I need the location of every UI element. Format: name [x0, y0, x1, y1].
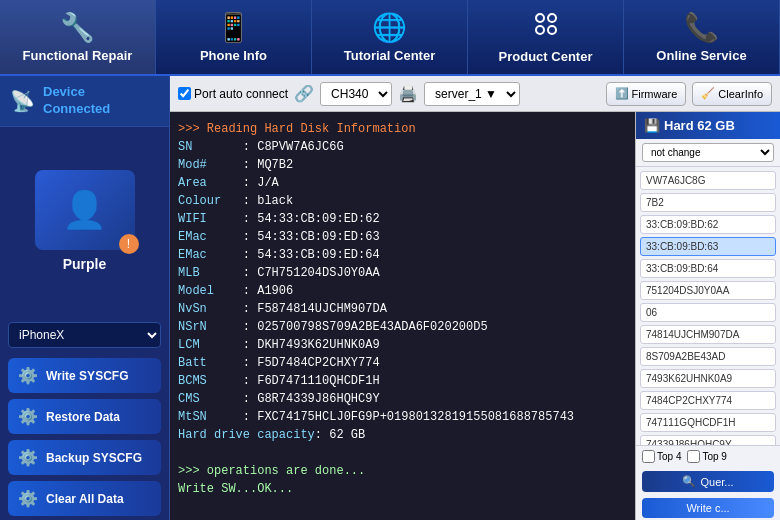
svg-point-2: [536, 26, 544, 34]
functional-repair-icon: 🔧: [60, 11, 95, 44]
terminal-heading: >>> Reading Hard Disk Information: [178, 122, 416, 136]
list-item[interactable]: 33:CB:09:BD:62: [640, 215, 776, 234]
list-item[interactable]: 06: [640, 303, 776, 322]
server-select[interactable]: server_1 ▼: [424, 82, 520, 106]
backup-syscfg-label: Backup SYSCFG: [46, 451, 142, 465]
restore-data-icon: ⚙️: [18, 407, 38, 426]
device-avatar-area: 👤 ! Purple: [0, 127, 169, 316]
nav-functional-repair[interactable]: 🔧 Functional Repair: [0, 0, 156, 74]
hard-drive-icon: 💾: [644, 118, 660, 133]
right-panel: 💾 Hard 62 GB not change VW7A6JC8G 7B2 33…: [635, 112, 780, 520]
write-syscfg-label: Write SYSCFG: [46, 369, 128, 383]
product-center-icon: [532, 10, 560, 45]
write-syscfg-icon: ⚙️: [18, 366, 38, 385]
sidebar: 📡 DeviceConnected 👤 ! Purple iPhoneX iPh…: [0, 76, 170, 520]
right-panel-header-label: Hard 62 GB: [664, 118, 735, 133]
device-connected-label: DeviceConnected: [43, 84, 110, 118]
list-item[interactable]: VW7A6JC8G: [640, 171, 776, 190]
main-layout: 📡 DeviceConnected 👤 ! Purple iPhoneX iPh…: [0, 76, 780, 520]
svg-point-0: [536, 14, 544, 22]
search-icon: 🔍: [682, 475, 696, 488]
clear-info-button[interactable]: 🧹 ClearInfo: [692, 82, 772, 106]
backup-syscfg-button[interactable]: ⚙️ Backup SYSCFG: [8, 440, 161, 475]
nav-online-service-label: Online Service: [656, 48, 746, 63]
firmware-icon: ⬆️: [615, 87, 629, 100]
list-item[interactable]: 7493K62UHNK0A9: [640, 369, 776, 388]
list-item[interactable]: 74339J86HQHC9Y: [640, 435, 776, 445]
terminal-row: >>> Reading Hard Disk Information SN : C…: [170, 112, 780, 520]
clear-info-icon: 🧹: [701, 87, 715, 100]
printer-icon: 🖨️: [398, 84, 418, 103]
list-item[interactable]: 7B2: [640, 193, 776, 212]
list-item[interactable]: 747111GQHCDF1H: [640, 413, 776, 432]
top4-checkbox[interactable]: [642, 450, 655, 463]
nav-functional-repair-label: Functional Repair: [23, 48, 133, 63]
nav-product-center[interactable]: Product Center: [468, 0, 624, 74]
list-item[interactable]: 74814UJCHM907DA: [640, 325, 776, 344]
port-auto-connect-checkbox-label[interactable]: Port auto connect: [178, 87, 288, 101]
terminal[interactable]: >>> Reading Hard Disk Information SN : C…: [170, 112, 635, 520]
right-list: VW7A6JC8G 7B2 33:CB:09:BD:62 33:CB:09:BD…: [636, 167, 780, 445]
query-btn-label: Quer...: [700, 476, 733, 488]
notification-badge: !: [119, 234, 139, 254]
list-item[interactable]: 33:CB:09:BD:64: [640, 259, 776, 278]
sidebar-buttons: ⚙️ Write SYSCFG ⚙️ Restore Data ⚙️ Backu…: [0, 354, 169, 520]
top4-label: Top 4: [657, 451, 681, 462]
restore-data-button[interactable]: ⚙️ Restore Data: [8, 399, 161, 434]
avatar-card: 👤 !: [35, 170, 135, 250]
list-item[interactable]: 751204DSJ0Y0AA: [640, 281, 776, 300]
list-item[interactable]: 33:CB:09:BD:63: [640, 237, 776, 256]
write-sw-label: Write c...: [686, 502, 729, 514]
link-icon: 🔗: [294, 84, 314, 103]
person-icon: 👤: [62, 189, 107, 231]
nav-tutorial-center-label: Tutorial Center: [344, 48, 436, 63]
list-item[interactable]: 8S709A2BE43AD: [640, 347, 776, 366]
toolbar: Port auto connect 🔗 CH340 🖨️ server_1 ▼ …: [170, 76, 780, 112]
clear-all-data-icon: ⚙️: [18, 489, 38, 508]
tutorial-center-icon: 🌐: [372, 11, 407, 44]
top9-label: Top 9: [702, 451, 726, 462]
port-select[interactable]: CH340: [320, 82, 392, 106]
nav-phone-info[interactable]: 📱 Phone Info: [156, 0, 312, 74]
top9-checkbox[interactable]: [687, 450, 700, 463]
right-panel-header: 💾 Hard 62 GB: [636, 112, 780, 139]
nav-product-center-label: Product Center: [499, 49, 593, 64]
svg-point-1: [548, 14, 556, 22]
nav-phone-info-label: Phone Info: [200, 48, 267, 63]
nav-online-service[interactable]: 📞 Online Service: [624, 0, 780, 74]
firmware-button[interactable]: ⬆️ Firmware: [606, 82, 687, 106]
device-connected-icon: 📡: [10, 89, 35, 113]
clear-all-data-button[interactable]: ⚙️ Clear All Data: [8, 481, 161, 516]
device-connected-header: 📡 DeviceConnected: [0, 76, 169, 127]
backup-syscfg-icon: ⚙️: [18, 448, 38, 467]
port-auto-connect-checkbox[interactable]: [178, 87, 191, 100]
firmware-label: Firmware: [632, 88, 678, 100]
query-button[interactable]: 🔍 Quer...: [642, 471, 774, 492]
write-sw-button[interactable]: Write c...: [642, 498, 774, 518]
nav-bar: 🔧 Functional Repair 📱 Phone Info 🌐 Tutor…: [0, 0, 780, 76]
online-service-icon: 📞: [684, 11, 719, 44]
content-area: Port auto connect 🔗 CH340 🖨️ server_1 ▼ …: [170, 76, 780, 520]
device-type-select[interactable]: iPhoneX iPhone8 iPhone7: [8, 322, 161, 348]
write-syscfg-button[interactable]: ⚙️ Write SYSCFG: [8, 358, 161, 393]
svg-point-3: [548, 26, 556, 34]
phone-info-icon: 📱: [216, 11, 251, 44]
clear-info-label: ClearInfo: [718, 88, 763, 100]
device-name-label: Purple: [63, 256, 107, 272]
not-change-select[interactable]: not change: [642, 143, 774, 162]
clear-all-data-label: Clear All Data: [46, 492, 124, 506]
not-change-row: not change: [636, 139, 780, 167]
top9-checkbox-label[interactable]: Top 9: [687, 450, 726, 463]
port-auto-connect-label: Port auto connect: [194, 87, 288, 101]
list-item[interactable]: 7484CP2CHXY774: [640, 391, 776, 410]
nav-tutorial-center[interactable]: 🌐 Tutorial Center: [312, 0, 468, 74]
restore-data-label: Restore Data: [46, 410, 120, 424]
top4-checkbox-label[interactable]: Top 4: [642, 450, 681, 463]
bottom-row: Top 4 Top 9: [636, 445, 780, 467]
